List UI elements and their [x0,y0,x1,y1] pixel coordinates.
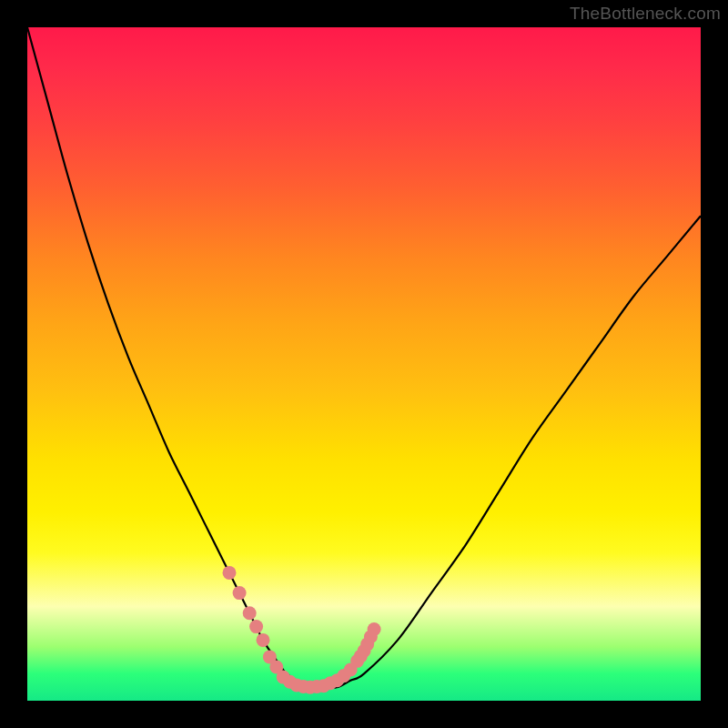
trough-marker-dot [223,566,237,580]
trough-marker-dot [257,633,270,647]
trough-marker-dot [243,606,257,620]
curve-layer [27,27,701,701]
plot-area [27,27,701,701]
attribution-text: TheBottleneck.com [570,4,721,24]
trough-marker-dot [249,620,263,633]
chart-frame: TheBottleneck.com [0,0,728,728]
trough-marker-dot [368,622,381,636]
trough-markers [223,566,381,694]
trough-marker-dot [233,586,247,600]
bottleneck-curve [27,27,701,688]
